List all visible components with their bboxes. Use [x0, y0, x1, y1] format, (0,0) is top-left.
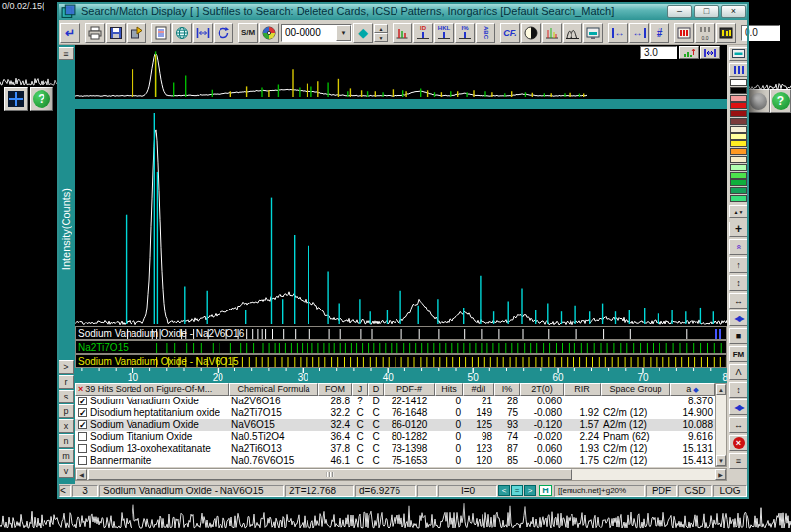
table-vscrollbar[interactable]: ▲ ▼ — [715, 383, 727, 467]
table-hscrollbar[interactable]: ◀ ▶ — [75, 468, 727, 481]
row-checkbox[interactable] — [78, 432, 87, 441]
stop-button[interactable]: ■ — [729, 328, 747, 344]
color-swatch[interactable] — [730, 118, 747, 125]
hkl-peaks-button[interactable]: HKL — [434, 23, 454, 43]
print-button[interactable] — [85, 23, 105, 43]
column-header[interactable]: Hits — [435, 383, 463, 396]
column-header[interactable]: RIR — [564, 383, 601, 396]
color-swatch[interactable] — [730, 148, 747, 155]
expand-horizontal-2-button[interactable]: ↔ — [729, 417, 747, 433]
corner-menu-button[interactable]: ≡ — [58, 47, 74, 60]
row-checkbox[interactable]: ✓ — [78, 408, 87, 417]
table-row[interactable]: Sodium 13-oxohexatitanateNa2Ti6O1337.8CC… — [75, 443, 715, 455]
table-row[interactable]: ✓Sodium Vanadium OxideNa2V6O1628.8?D22-1… — [75, 396, 715, 407]
column-header[interactable]: FOM — [318, 383, 352, 396]
left-letter-button-m[interactable]: m — [58, 449, 74, 463]
profile-button[interactable]: Λ — [729, 364, 747, 380]
column-header[interactable]: ×39 Hits Sorted on Figure-Of-M... — [75, 383, 229, 396]
hold-button[interactable]: H — [539, 485, 552, 496]
scroll-down-arrow[interactable]: ▼ — [716, 455, 726, 466]
bars-view-button[interactable] — [729, 63, 747, 77]
color-swatch[interactable] — [730, 195, 747, 202]
color-swatch[interactable] — [730, 172, 747, 179]
row-checkbox[interactable]: ✓ — [78, 420, 87, 429]
shift-left-button[interactable]: ↔ — [608, 23, 628, 43]
collapse-up-button[interactable]: » — [729, 239, 747, 255]
close-button[interactable]: × — [721, 5, 746, 18]
contrast-button[interactable] — [521, 23, 541, 43]
column-header[interactable]: D — [368, 383, 384, 396]
zoom-stepper[interactable]: ▲▼ — [374, 24, 388, 42]
left-letter-button-x[interactable]: x — [58, 419, 74, 433]
color-swatch[interactable] — [730, 133, 747, 140]
expand-vertical-button[interactable]: ↕ — [729, 275, 747, 291]
chevron-down-icon[interactable]: ▼ — [336, 25, 351, 41]
save-button[interactable] — [106, 23, 126, 43]
column-header[interactable]: Space Group — [601, 383, 670, 396]
maximize-button[interactable]: □ — [694, 5, 719, 18]
two-theta-marks-button[interactable]: 0.0 — [695, 23, 715, 43]
color-swatch[interactable] — [730, 187, 747, 194]
column-header[interactable]: Chemical Formula — [229, 383, 318, 396]
minimize-button[interactable]: – — [667, 5, 692, 18]
pan-horizontal-button[interactable]: ◀▶ — [729, 310, 747, 326]
pan-horizontal-2-button[interactable]: ◀▶ — [729, 399, 747, 415]
color-swatch[interactable] — [730, 140, 747, 147]
color-wheel-button[interactable] — [259, 23, 279, 43]
main-diffraction-chart[interactable] — [75, 109, 727, 326]
background-help-button[interactable]: ? — [30, 87, 53, 111]
row-checkbox[interactable] — [78, 456, 87, 465]
equal-phase-button[interactable]: = — [511, 485, 523, 496]
display-mode-button[interactable] — [729, 47, 747, 61]
left-letter-button-n[interactable]: n — [58, 434, 74, 448]
shift-right-button[interactable]: ↔ — [629, 23, 649, 43]
scroll-up-button[interactable]: ↑ — [729, 257, 747, 273]
list-button[interactable]: ≡ — [729, 453, 747, 469]
column-header[interactable]: #d/I — [463, 383, 494, 396]
table-row[interactable]: BannermaniteNa0.76V6O1546.1CC75-16530120… — [75, 455, 715, 467]
palette-stepper[interactable]: ▲▼ — [729, 205, 747, 218]
expand-horizontal-button[interactable]: ↔ — [729, 293, 747, 309]
color-swatch[interactable] — [730, 79, 747, 86]
prev-phase-button[interactable]: < — [498, 485, 510, 496]
globe-button[interactable] — [172, 23, 192, 43]
colored-peaks-button[interactable] — [542, 23, 562, 43]
chemistry-filter-button[interactable]: CF. — [500, 23, 520, 43]
index-button[interactable]: # — [650, 23, 669, 43]
column-header[interactable]: J — [352, 383, 368, 396]
id-peaks-button[interactable]: ID — [413, 23, 433, 43]
background-grid-button[interactable] — [4, 87, 28, 111]
scroll-up-arrow[interactable]: ▲ — [716, 384, 726, 395]
pdf-button[interactable]: PDF — [646, 485, 677, 497]
peaks-button[interactable] — [393, 23, 412, 43]
next-phase-button[interactable]: > — [524, 485, 536, 496]
color-swatch[interactable] — [730, 110, 747, 117]
search-match-button[interactable]: S/M — [238, 23, 258, 43]
color-swatch[interactable] — [730, 95, 747, 102]
csd-button[interactable]: CSD — [678, 485, 712, 497]
fit-width-button[interactable] — [700, 46, 720, 59]
background-help-button-2[interactable]: ? — [770, 89, 791, 113]
profile-fit-button[interactable] — [563, 23, 582, 43]
column-header[interactable]: I% — [494, 383, 520, 396]
table-row[interactable]: ✓Sodium Vanadium OxideNaV6O1532.4CC86-01… — [75, 419, 715, 431]
overview-chart[interactable] — [75, 45, 587, 99]
back-button[interactable]: ↵ — [60, 23, 80, 43]
background-sphere-button[interactable] — [747, 89, 770, 113]
color-swatch[interactable] — [730, 179, 747, 186]
close-overlay-button[interactable]: × — [729, 435, 747, 451]
left-letter-button-s[interactable]: s — [58, 390, 74, 403]
color-swatch[interactable] — [730, 102, 747, 109]
pattern-row-1[interactable]: Sodium Vanadium Oxide - Na2V6O16 — [75, 326, 727, 340]
left-letter-button->[interactable]: > — [58, 360, 74, 374]
color-swatch[interactable] — [730, 164, 747, 171]
log-button[interactable]: LOG — [713, 485, 747, 497]
red-bars-button[interactable] — [674, 23, 694, 43]
left-letter-button-r[interactable]: r — [58, 375, 74, 389]
fm-button[interactable]: FM — [729, 346, 747, 362]
color-swatch[interactable] — [730, 87, 747, 94]
status-nav-back[interactable]: < — [59, 485, 71, 497]
yellow-bars-button[interactable] — [716, 23, 736, 43]
zoom-input[interactable]: 3.0 — [640, 46, 677, 59]
step-down-icon[interactable]: ▼ — [374, 33, 388, 42]
